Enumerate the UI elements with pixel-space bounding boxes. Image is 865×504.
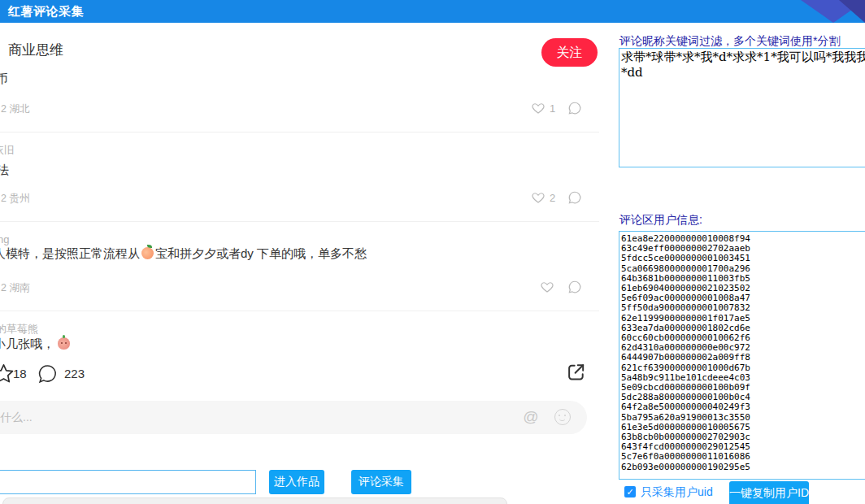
comment-text-part: 宝和拼夕夕或者dy 下单的哦，单多不愁 <box>155 246 367 260</box>
blush-sticker-emoji <box>58 337 70 350</box>
comment-meta: 2 湖北 <box>1 102 29 116</box>
comment-meta: 2 湖南 <box>1 281 29 295</box>
emoji-smiley-icon[interactable] <box>554 409 571 425</box>
collect-uid-checkbox[interactable]: ✓ <box>624 486 636 497</box>
titlebar: 红薯评论采集 <box>0 0 865 23</box>
corner-ribbon-fold <box>839 0 865 23</box>
comment-text-part: 小几张哦， <box>0 337 54 350</box>
enter-work-button[interactable]: 进入作品 <box>269 470 324 494</box>
peach-emoji <box>141 247 154 259</box>
reply-bubble-icon[interactable] <box>567 101 582 115</box>
comment-text: 人模特，是按照正常流程从宝和拼夕夕或者dy 下单的哦，单多不愁 <box>0 246 367 262</box>
reply-bubble-icon[interactable] <box>567 280 582 294</box>
post-author-name: 商业思维 <box>8 41 63 59</box>
comment-input[interactable]: 什么... @ <box>0 401 587 434</box>
work-url-input[interactable] <box>0 470 256 494</box>
collect-count: 18 <box>13 367 27 380</box>
app-window: 红薯评论采集 商业思维 关注 币 2 湖北 1 依旧 法 2 贵州 2 ng 人… <box>0 0 865 504</box>
collect-uid-checkbox-label: 只采集用户uid <box>641 485 713 500</box>
comment-text-part: 人模特，是按照正常流程从 <box>0 246 140 260</box>
comment-input-placeholder: 什么... <box>0 401 33 434</box>
comment-username: 依旧 <box>0 143 15 158</box>
comment-username: 的草莓熊 <box>0 322 38 337</box>
filter-keywords-label: 评论昵称关键词过滤，多个关键词使用*分割 <box>619 34 840 49</box>
user-id-list-box[interactable]: 61ea8e220000000010008f94 63c49eff0000000… <box>619 231 865 480</box>
mention-at-icon[interactable]: @ <box>522 408 540 426</box>
comment-username: ng <box>0 233 9 245</box>
like-count: 1 <box>550 102 555 115</box>
comment-users-label: 评论区用户信息: <box>619 213 702 228</box>
copy-user-id-button[interactable]: 一键复制用户ID <box>729 481 809 504</box>
like-heart-icon[interactable] <box>540 280 554 294</box>
comment-divider <box>0 311 599 311</box>
comment-divider <box>0 132 599 133</box>
comment-text: 币 <box>0 72 8 87</box>
comment-collect-button[interactable]: 评论采集 <box>351 470 411 494</box>
comment-text: 小几张哦， <box>0 337 70 352</box>
comment-meta: 2 贵州 <box>1 192 29 206</box>
follow-button[interactable]: 关注 <box>541 38 598 67</box>
app-title: 红薯评论采集 <box>8 0 84 23</box>
comments-bubble-icon[interactable] <box>37 363 58 384</box>
share-external-icon[interactable] <box>565 361 588 384</box>
filter-keywords-textarea[interactable]: 求带*球带*求*我*d*求求*1*我可以吗*我我我*dd <box>619 48 865 167</box>
status-bar-edge <box>2 497 507 504</box>
reply-bubble-icon[interactable] <box>567 190 582 205</box>
comment-divider <box>0 221 599 222</box>
like-count: 2 <box>550 192 555 204</box>
like-heart-icon[interactable] <box>531 101 546 115</box>
like-heart-icon[interactable] <box>531 190 546 205</box>
comments-count: 223 <box>64 367 85 380</box>
comment-text: 法 <box>0 163 9 178</box>
